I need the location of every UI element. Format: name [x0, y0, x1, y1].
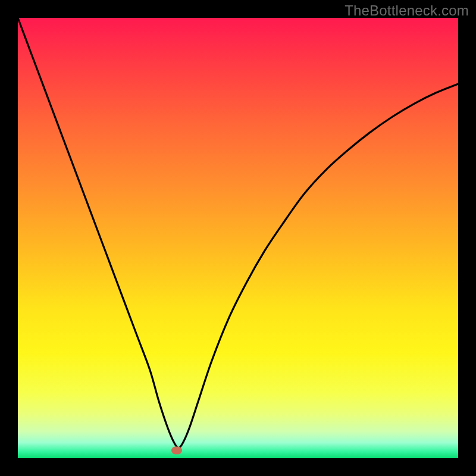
plot-area — [18, 18, 458, 458]
chart-frame: TheBottleneck.com — [0, 0, 476, 476]
watermark-label: TheBottleneck.com — [345, 2, 469, 19]
bottleneck-curve — [18, 18, 458, 458]
optimum-marker — [171, 446, 182, 454]
